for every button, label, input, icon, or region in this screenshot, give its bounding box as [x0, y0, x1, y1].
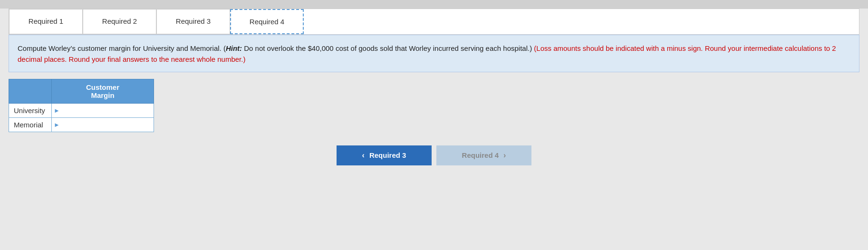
- prev-button-label: Required 3: [369, 151, 406, 159]
- input-cell-memorial[interactable]: ►: [52, 117, 154, 132]
- tab-required4[interactable]: Required 4: [230, 9, 304, 34]
- label-memorial: Memorial: [9, 117, 52, 132]
- arrow-icon-university: ►: [54, 107, 60, 114]
- label-university: University: [9, 103, 52, 117]
- university-input[interactable]: [52, 104, 154, 117]
- table-row-university: University ►: [9, 103, 154, 117]
- bottom-nav: ‹ Required 3 Required 4 ›: [0, 145, 868, 170]
- table-header-empty: [9, 79, 52, 103]
- tabs-container: Required 1 Required 2 Required 3 Require…: [9, 9, 859, 35]
- prev-button[interactable]: ‹ Required 3: [337, 145, 432, 165]
- table-section: CustomerMargin University ► Memorial ►: [9, 79, 859, 132]
- next-button-label: Required 4: [462, 151, 499, 159]
- instruction-area: Compute Worley’s customer margin for Uni…: [9, 35, 859, 72]
- prev-chevron-icon: ‹: [362, 151, 365, 160]
- input-cell-university[interactable]: ►: [52, 103, 154, 117]
- next-chevron-icon: ›: [503, 151, 506, 160]
- memorial-input[interactable]: [52, 118, 154, 132]
- tab-required1[interactable]: Required 1: [9, 9, 83, 34]
- top-bar: [0, 0, 868, 9]
- table-header-customer-margin: CustomerMargin: [52, 79, 154, 103]
- next-button[interactable]: Required 4 ›: [436, 145, 531, 165]
- arrow-icon-memorial: ►: [54, 121, 60, 128]
- instruction-normal: Compute Worley’s customer margin for Uni…: [18, 44, 534, 52]
- customer-margin-table: CustomerMargin University ► Memorial ►: [9, 79, 154, 132]
- tab-required2[interactable]: Required 2: [83, 9, 156, 34]
- tab-required3[interactable]: Required 3: [156, 9, 230, 34]
- table-row-memorial: Memorial ►: [9, 117, 154, 132]
